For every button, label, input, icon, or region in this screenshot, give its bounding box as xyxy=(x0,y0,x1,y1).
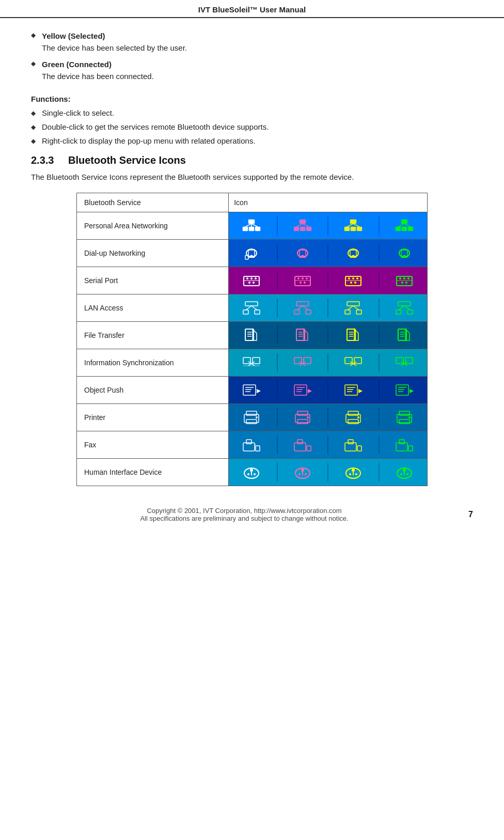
svg-line-89 xyxy=(404,306,410,310)
table-row: Serial Port xyxy=(77,267,428,294)
service-label: File Transfer xyxy=(77,321,229,349)
svg-rect-157 xyxy=(256,446,260,451)
svg-rect-117 xyxy=(396,357,403,364)
svg-rect-115 xyxy=(345,357,352,364)
svg-rect-21 xyxy=(408,227,413,231)
dialup-icon-2 xyxy=(292,244,313,262)
object-icon-3 xyxy=(343,381,364,399)
svg-point-58 xyxy=(348,277,350,279)
bullet-diamond-icon: ◆ xyxy=(31,123,36,131)
svg-line-11 xyxy=(303,224,309,227)
svg-point-52 xyxy=(302,277,304,279)
svg-point-174 xyxy=(301,469,304,472)
icon-divider xyxy=(327,244,328,262)
svg-marker-138 xyxy=(410,389,414,393)
service-label: Serial Port xyxy=(77,267,229,294)
green-label: Green (Connected) xyxy=(42,60,112,69)
header-title: IVT BlueSoleil™ User Manual xyxy=(198,5,306,14)
svg-rect-110 xyxy=(243,357,250,364)
serial-icon-3 xyxy=(343,271,364,290)
serial-icon-1 xyxy=(241,271,262,290)
section-heading: 2.3.3 Bluetooth Service Icons xyxy=(31,154,473,166)
icon-divider xyxy=(277,463,278,481)
functions-label: Functions: xyxy=(31,95,473,103)
svg-line-88 xyxy=(399,306,404,310)
svg-point-59 xyxy=(352,277,354,279)
svg-rect-144 xyxy=(297,411,308,415)
svg-rect-14 xyxy=(344,227,350,231)
info-icon-4 xyxy=(394,353,415,372)
svg-rect-70 xyxy=(245,302,258,306)
bullet-diamond-icon: ◆ xyxy=(31,110,36,117)
function-item-1: ◆ Single-click to select. xyxy=(31,108,473,117)
svg-rect-75 xyxy=(296,302,309,306)
table-row: LAN Access xyxy=(77,294,428,321)
function-item-2: ◆ Double-click to get the services remot… xyxy=(31,122,473,131)
icon-group-printer xyxy=(234,408,422,427)
icon-divider xyxy=(277,326,278,345)
hid-icon-3 xyxy=(343,463,364,481)
svg-rect-2 xyxy=(255,227,260,231)
table-header-row: Bluetooth Service Icon xyxy=(77,193,428,212)
yellow-desc: The device has been selected by the user… xyxy=(42,43,187,52)
icon-divider xyxy=(277,216,278,235)
service-table: Bluetooth Service Icon Personal Area Net… xyxy=(76,193,428,486)
svg-rect-1 xyxy=(243,227,248,231)
svg-line-79 xyxy=(303,306,308,310)
svg-point-69 xyxy=(405,282,407,284)
function-item-3: ◆ Right-click to display the pop-up menu… xyxy=(31,136,473,145)
pan-icon-4 xyxy=(394,216,415,235)
svg-point-146 xyxy=(307,416,309,418)
svg-point-55 xyxy=(304,282,306,284)
icon-cell-pan xyxy=(229,212,428,239)
svg-rect-15 xyxy=(357,227,362,231)
icon-cell-hid xyxy=(229,458,428,486)
printer-icon-4 xyxy=(394,408,415,427)
svg-point-68 xyxy=(401,282,403,284)
svg-rect-163 xyxy=(348,440,353,444)
svg-rect-119 xyxy=(243,385,256,395)
icon-divider xyxy=(277,381,278,399)
footer-line1: Copyright © 2001, IVT Corporation, http:… xyxy=(31,507,458,515)
service-label: Personal Area Networking xyxy=(77,212,229,239)
table-row: Printer xyxy=(77,403,428,431)
svg-point-171 xyxy=(247,473,249,475)
svg-line-78 xyxy=(297,306,303,310)
bullet-green: ◆ Green (Connected) The device has been … xyxy=(31,59,473,82)
svg-rect-8 xyxy=(294,227,299,231)
pan-icon-1 xyxy=(241,216,262,235)
table-row: Personal Area Networking xyxy=(77,212,428,239)
svg-rect-6 xyxy=(249,227,254,231)
icon-divider xyxy=(327,299,328,317)
svg-rect-161 xyxy=(307,446,311,451)
icon-group-dialup xyxy=(234,244,422,262)
icon-cell-printer xyxy=(229,403,428,431)
svg-rect-20 xyxy=(396,227,401,231)
svg-line-16 xyxy=(347,224,353,227)
object-icon-1 xyxy=(241,381,262,399)
icon-group-hid xyxy=(234,463,422,481)
dialup-icon-3 xyxy=(343,244,364,262)
fax-icon-3 xyxy=(343,435,364,454)
icon-divider xyxy=(327,353,328,372)
fax-icon-2 xyxy=(292,435,313,454)
icon-divider xyxy=(277,408,278,427)
service-label-hid: Human Interface Device xyxy=(77,458,229,486)
icon-divider xyxy=(327,381,328,399)
icon-group-lan xyxy=(234,299,422,317)
object-icon-2 xyxy=(292,381,313,399)
svg-rect-77 xyxy=(306,310,311,314)
svg-rect-145 xyxy=(297,419,308,424)
footer-line2: All specifications are preliminary and s… xyxy=(31,515,458,522)
svg-point-184 xyxy=(403,469,406,472)
svg-line-17 xyxy=(353,224,359,227)
bullet-diamond-icon: ◆ xyxy=(31,137,36,145)
serial-icon-2 xyxy=(292,271,313,290)
object-icon-4 xyxy=(394,381,415,399)
svg-point-66 xyxy=(403,277,405,279)
section-number: 2.3.3 xyxy=(31,154,59,166)
svg-point-176 xyxy=(298,473,301,475)
svg-point-47 xyxy=(248,282,250,284)
fax-icon-1 xyxy=(241,435,262,454)
lan-icon-4 xyxy=(394,299,415,317)
